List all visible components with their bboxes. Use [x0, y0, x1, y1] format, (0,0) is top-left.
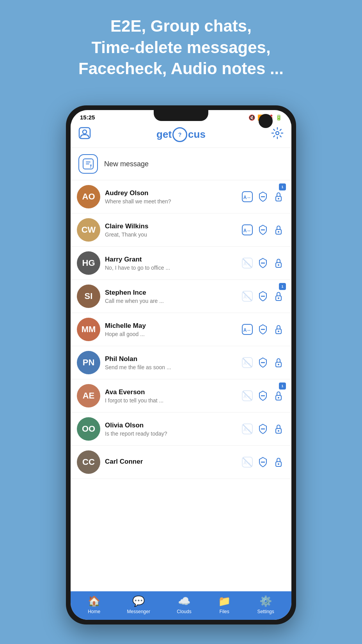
svg-point-2 [276, 132, 279, 135]
translate-icon-harry-grant[interactable]: A↔ [241, 256, 254, 270]
chat-name-ava-everson: Ava Everson [105, 388, 236, 396]
hero-line2: Time-delete messages, [23, 37, 339, 59]
nav-label-settings: Settings [257, 609, 274, 614]
block-icon-ava-everson[interactable] [256, 389, 270, 402]
nav-item-messenger[interactable]: 💬 Messenger [127, 595, 150, 614]
block-icon-audrey-olson[interactable] [256, 190, 270, 203]
chat-actions-michelle-may: A↔ [241, 323, 285, 336]
nav-item-settings[interactable]: ⚙️ Settings [257, 595, 274, 614]
translate-icon-michelle-may[interactable]: A↔ [241, 323, 254, 336]
nav-label-messenger: Messenger [127, 609, 150, 614]
chat-item-carl-conner[interactable]: CC Carl Conner A↔ [71, 446, 291, 479]
chat-item-michelle-may[interactable]: MM Michelle May Hope all good ... A↔ [71, 313, 291, 346]
logo-circle: ? [172, 127, 187, 142]
block-icon-harry-grant[interactable] [256, 256, 270, 270]
chat-item-harry-grant[interactable]: HG Harry Grant No, I have to go to offic… [71, 247, 291, 280]
svg-point-13 [278, 231, 279, 233]
bottom-nav: 🏠 Home 💬 Messenger ☁️ Clouds 📁 Files ⚙️ … [71, 591, 291, 620]
nav-icon-home: 🏠 [88, 595, 100, 607]
translate-icon-ava-everson[interactable]: A↔ [241, 389, 254, 402]
unread-badge-audrey-olson: 1 [279, 183, 286, 190]
svg-text:A↔: A↔ [243, 327, 252, 333]
nav-icon-clouds: ☁️ [178, 595, 190, 607]
chat-item-phil-nolan[interactable]: PN Phil Nolan Send me the file as soon .… [71, 346, 291, 379]
unread-badge-stephen-ince: 1 [279, 283, 286, 290]
translate-icon-carl-conner[interactable]: A↔ [241, 455, 254, 469]
svg-point-1 [83, 130, 87, 134]
chat-actions-carl-conner: A↔ [241, 455, 285, 469]
app-header: get ? cus [71, 122, 291, 148]
block-icon-michelle-may[interactable] [256, 323, 270, 336]
nav-label-home: Home [88, 609, 100, 614]
lock-icon-michelle-may[interactable] [272, 323, 285, 336]
chat-item-ava-everson[interactable]: 1 AE Ava Everson I forgot to tell you th… [71, 379, 291, 413]
hero-line1: E2E, Group chats, [23, 16, 339, 37]
svg-text:A↔: A↔ [243, 195, 252, 200]
chat-name-harry-grant: Harry Grant [105, 256, 236, 263]
nav-icon-messenger: 💬 [132, 595, 145, 607]
svg-point-36 [278, 364, 279, 365]
mute-icon: 🔇 [248, 114, 255, 121]
block-icon-carl-conner[interactable] [256, 455, 270, 469]
chat-item-audrey-olson[interactable]: 1 AO Audrey Olson Where shall we meet th… [71, 180, 291, 213]
chat-info-claire-wilkins: Claire Wilkins Great, Thank you [105, 222, 236, 238]
avatar-michelle-may: MM [77, 318, 100, 341]
nav-label-files: Files [219, 609, 229, 614]
nav-item-clouds[interactable]: ☁️ Clouds [177, 595, 191, 614]
chat-preview-ava-everson: I forgot to tell you that ... [105, 397, 236, 404]
block-icon-stephen-ince[interactable] [256, 290, 270, 303]
nav-label-clouds: Clouds [177, 609, 191, 614]
block-icon-olivia-olson[interactable] [256, 422, 270, 436]
profile-button[interactable] [78, 127, 91, 142]
lock-icon-ava-everson[interactable] [272, 389, 285, 402]
chat-info-stephen-ince: Stephen Ince Call me when you are ... [105, 289, 236, 304]
unread-badge-ava-everson: 1 [279, 382, 286, 390]
chat-actions-phil-nolan: A↔ [241, 356, 285, 369]
chat-item-claire-wilkins[interactable]: CW Claire Wilkins Great, Thank you A↔ [71, 213, 291, 247]
chat-name-michelle-may: Michelle May [105, 322, 236, 330]
avatar-olivia-olson: OO [77, 417, 100, 441]
camera-dot [259, 114, 273, 128]
chat-name-audrey-olson: Audrey Olson [105, 189, 236, 197]
nav-icon-settings: ⚙️ [259, 595, 272, 607]
nav-item-home[interactable]: 🏠 Home [88, 595, 100, 614]
chat-info-olivia-olson: Olivia Olson Is the report ready today? [105, 422, 236, 437]
lock-icon-harry-grant[interactable] [272, 256, 285, 270]
translate-icon-phil-nolan[interactable]: A↔ [241, 356, 254, 369]
new-message-label: New message [104, 160, 149, 168]
chat-preview-phil-nolan: Send me the file as soon ... [105, 364, 236, 370]
lock-icon-stephen-ince[interactable] [272, 290, 285, 303]
status-time: 15:25 [80, 114, 95, 121]
chat-info-carl-conner: Carl Conner [105, 458, 236, 467]
avatar-harry-grant: HG [77, 251, 100, 275]
lock-icon-olivia-olson[interactable] [272, 422, 285, 436]
lock-icon-claire-wilkins[interactable] [272, 223, 285, 237]
chat-preview-olivia-olson: Is the report ready today? [105, 431, 236, 437]
nav-item-files[interactable]: 📁 Files [218, 595, 231, 614]
translate-icon-stephen-ince[interactable]: A↔ [241, 290, 254, 303]
chat-name-claire-wilkins: Claire Wilkins [105, 222, 236, 230]
lock-icon-carl-conner[interactable] [272, 455, 285, 469]
translate-icon-olivia-olson[interactable]: A↔ [241, 422, 254, 436]
hero-text: E2E, Group chats, Time-delete messages, … [0, 0, 362, 87]
settings-button[interactable] [271, 127, 284, 142]
chat-actions-olivia-olson: A↔ [241, 422, 285, 436]
chat-preview-stephen-ince: Call me when you are ... [105, 298, 236, 304]
svg-text:A↔: A↔ [243, 228, 252, 233]
lock-icon-phil-nolan[interactable] [272, 356, 285, 369]
avatar-stephen-ince: SI [77, 285, 100, 308]
block-icon-claire-wilkins[interactable] [256, 223, 270, 237]
translate-icon-claire-wilkins[interactable]: A↔ [241, 223, 254, 237]
chat-item-stephen-ince[interactable]: 1 SI Stephen Ince Call me when you are .… [71, 280, 291, 313]
new-message-row[interactable]: New message [71, 148, 291, 180]
block-icon-phil-nolan[interactable] [256, 356, 270, 369]
translate-icon-audrey-olson[interactable]: A↔ [241, 190, 254, 203]
hero-line3: Facecheck, Audio notes ... [23, 58, 339, 80]
chat-name-stephen-ince: Stephen Ince [105, 289, 236, 297]
nav-icon-files: 📁 [218, 595, 231, 607]
chat-actions-audrey-olson: A↔ [241, 190, 285, 203]
lock-icon-audrey-olson[interactable] [272, 190, 285, 203]
chat-item-olivia-olson[interactable]: OO Olivia Olson Is the report ready toda… [71, 413, 291, 446]
chat-info-audrey-olson: Audrey Olson Where shall we meet then? [105, 189, 236, 205]
chat-info-harry-grant: Harry Grant No, I have to go to office .… [105, 256, 236, 271]
